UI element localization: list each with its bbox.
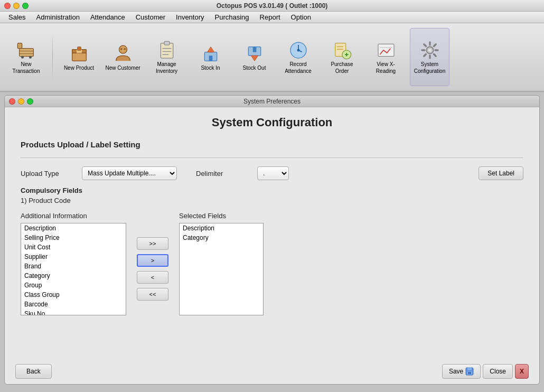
toolbar-new-customer-label: New Customer <box>105 64 140 71</box>
menu-customer[interactable]: Customer <box>132 12 170 22</box>
xreading-icon <box>376 40 397 61</box>
svg-rect-23 <box>252 46 256 52</box>
gear-icon <box>419 40 440 61</box>
app-title-bar: Octopus POS v3.01.49 ( Outlet :1000) <box>0 0 544 12</box>
selected-fields-list[interactable]: Description Category <box>179 223 264 315</box>
move-right-button[interactable]: > <box>137 254 168 267</box>
list-item[interactable]: Group <box>21 281 126 290</box>
list-item[interactable]: Supplier <box>21 252 126 262</box>
back-button[interactable]: Back <box>15 364 52 379</box>
toolbar-new-product-label: New Product <box>64 64 94 71</box>
toolbar-system-config[interactable]: System Configuration <box>410 28 449 86</box>
svg-rect-14 <box>164 41 170 45</box>
page-title: System Configuration <box>21 116 523 129</box>
set-label-button[interactable]: Set Label <box>479 166 523 180</box>
compulsory-fields-title: Compulsory Fields <box>21 186 82 194</box>
app-title: Octopus POS v3.01.49 ( Outlet :1000) <box>217 2 328 10</box>
selected-fields-label: Selected Fields <box>179 212 264 220</box>
list-item[interactable]: Category <box>21 271 126 281</box>
box-icon <box>69 43 90 64</box>
toolbar-stock-out[interactable]: Stock Out <box>235 28 274 86</box>
stock-out-icon <box>244 43 265 64</box>
minimize-traffic-light[interactable] <box>13 3 20 9</box>
menu-administration[interactable]: Administration <box>32 12 84 22</box>
close-button[interactable]: Close <box>483 364 513 379</box>
list-item[interactable]: Sku No. <box>21 309 126 315</box>
selected-list-item[interactable]: Description <box>180 223 263 233</box>
menu-inventory[interactable]: Inventory <box>172 12 208 22</box>
clipboard-icon <box>156 40 177 61</box>
svg-rect-49 <box>468 372 471 374</box>
svg-line-43 <box>434 54 436 57</box>
svg-rect-20 <box>209 55 212 61</box>
svg-point-3 <box>29 56 32 59</box>
maximize-traffic-light[interactable] <box>22 3 29 9</box>
attendance-icon <box>288 40 309 61</box>
toolbar-system-config-label: System Configuration <box>412 61 447 74</box>
svg-line-45 <box>424 54 426 57</box>
svg-rect-9 <box>77 46 81 50</box>
selected-list-item[interactable]: Category <box>180 233 263 242</box>
close-traffic-light[interactable] <box>4 3 11 9</box>
x-button[interactable]: X <box>515 364 529 379</box>
inner-maximize-light[interactable] <box>27 98 33 105</box>
toolbar-new-product[interactable]: New Product <box>59 28 99 86</box>
svg-point-10 <box>119 45 127 53</box>
toolbar-new-transaction[interactable]: New Transaction <box>6 28 46 86</box>
move-all-right-button[interactable]: >> <box>137 237 168 250</box>
product-code-section: 1) Product Code <box>21 197 523 204</box>
toolbar-new-customer[interactable]: New Customer <box>103 28 143 86</box>
save-button[interactable]: Save <box>442 364 481 379</box>
additional-info-list[interactable]: Description Selling Price Unit Cost Supp… <box>21 223 126 315</box>
list-item[interactable]: Selling Price <box>21 233 126 242</box>
move-all-left-button[interactable]: << <box>137 288 168 301</box>
move-left-button[interactable]: < <box>137 271 168 284</box>
toolbar-stock-in-label: Stock In <box>201 64 220 71</box>
menu-option[interactable]: Option <box>287 12 315 22</box>
bottom-bar: Back Save Close X <box>15 364 529 379</box>
toolbar-view-xreading[interactable]: View X-Reading <box>366 28 406 86</box>
menu-report[interactable]: Report <box>256 12 285 22</box>
svg-line-42 <box>424 44 426 46</box>
menu-bar: Sales Administration Attendance Customer… <box>0 12 544 23</box>
inner-close-light[interactable] <box>9 98 15 105</box>
menu-sales[interactable]: Sales <box>4 12 30 22</box>
list-item[interactable]: Class Group <box>21 290 126 300</box>
inner-window: System Preferences System Configuration … <box>4 95 540 385</box>
list-item[interactable]: Brand <box>21 262 126 271</box>
toolbar-manage-inventory-label: Manage Inventory <box>149 61 184 74</box>
menu-purchasing[interactable]: Purchasing <box>211 12 254 22</box>
save-icon <box>465 367 474 376</box>
upload-type-row: Upload Type Mass Update Multiple.... Del… <box>21 166 523 180</box>
toolbar-stock-in[interactable]: Stock In <box>191 28 230 86</box>
svg-point-37 <box>428 49 432 52</box>
fields-section: Additional Information Description Selli… <box>21 212 523 315</box>
list-item[interactable]: Barcode <box>21 300 126 309</box>
upload-type-label: Upload Type <box>21 170 73 178</box>
inner-title-bar: System Preferences <box>5 96 539 107</box>
toolbar-record-attendance[interactable]: Record Attendance <box>278 28 318 86</box>
toolbar-manage-inventory[interactable]: Manage Inventory <box>147 28 186 86</box>
inner-window-title: System Preferences <box>243 98 301 105</box>
arrows-column: >> > < << <box>137 237 168 301</box>
toolbar-purchase-order[interactable]: Purchase Order <box>322 28 362 86</box>
inner-minimize-light[interactable] <box>18 98 24 105</box>
right-buttons: Save Close X <box>442 364 529 379</box>
upload-type-select[interactable]: Mass Update Multiple.... <box>82 166 177 180</box>
menu-attendance[interactable]: Attendance <box>86 12 129 22</box>
purchase-icon <box>332 40 353 61</box>
delimiter-select[interactable]: . <box>257 166 289 180</box>
svg-marker-19 <box>207 46 214 52</box>
selected-fields-column: Selected Fields Description Category <box>179 212 264 315</box>
svg-point-2 <box>21 56 24 59</box>
toolbar-divider-1 <box>52 33 53 81</box>
svg-rect-47 <box>467 368 472 370</box>
list-item[interactable]: Unit Cost <box>21 242 126 252</box>
additional-info-column: Additional Information Description Selli… <box>21 212 126 315</box>
product-code-label: 1) Product Code <box>21 197 71 204</box>
toolbar-purchase-order-label: Purchase Order <box>324 61 360 74</box>
list-item[interactable]: Description <box>21 223 126 233</box>
toolbar-record-attendance-label: Record Attendance <box>280 61 316 74</box>
section-title: Products Upload / Label Setting <box>21 140 523 149</box>
toolbar-view-xreading-label: View X-Reading <box>368 61 404 74</box>
